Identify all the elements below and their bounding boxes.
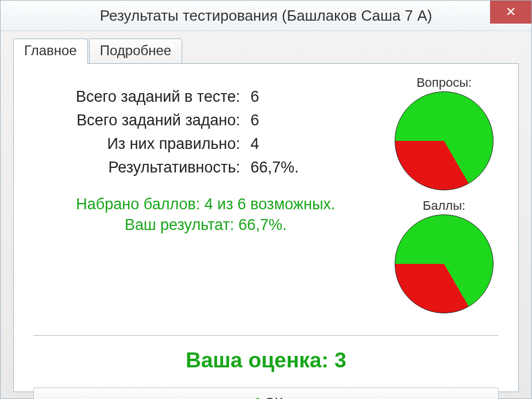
stat-correct-value: 4 — [250, 135, 259, 153]
stat-asked-label: Всего заданий задано: — [28, 112, 250, 129]
ok-label: OK — [265, 395, 283, 399]
close-icon: ✕ — [506, 5, 516, 20]
chart-points-title: Баллы: — [384, 198, 504, 213]
divider — [33, 335, 499, 336]
stat-perf-value: 66,7%. — [250, 159, 299, 177]
close-button[interactable]: ✕ — [490, 1, 531, 24]
pie-questions — [395, 91, 494, 190]
score-line1: Набрано баллов: 4 из 6 возможных. — [28, 194, 384, 214]
tab-main[interactable]: Главное — [13, 39, 88, 64]
stat-asked: Всего заданий задано: 6 — [28, 112, 384, 129]
check-icon: ✔ — [249, 394, 260, 399]
panel-main: Всего заданий в тесте: 6 Всего заданий з… — [13, 63, 519, 392]
charts: Вопросы: Баллы: — [384, 75, 504, 321]
stat-correct-label: Из них правильно: — [28, 135, 250, 153]
ok-button[interactable]: ✔ OK — [33, 388, 499, 399]
window: Результаты тестирования (Башлаков Саша 7… — [0, 0, 532, 399]
score-line2: Ваш результат: 66,7%. — [28, 214, 384, 235]
stat-asked-value: 6 — [250, 112, 259, 129]
chart-points: Баллы: — [384, 198, 504, 313]
stat-perf-label: Результативность: — [28, 159, 250, 177]
stats: Всего заданий в тесте: 6 Всего заданий з… — [28, 75, 384, 321]
stat-correct: Из них правильно: 4 — [28, 135, 384, 153]
chart-questions: Вопросы: — [384, 75, 504, 190]
grade: Ваша оценка: 3 — [28, 348, 504, 373]
stat-total-label: Всего заданий в тесте: — [28, 88, 250, 106]
content-row: Всего заданий в тесте: 6 Всего заданий з… — [28, 75, 504, 321]
tab-details[interactable]: Подробнее — [89, 39, 182, 64]
stat-total: Всего заданий в тесте: 6 — [28, 88, 384, 106]
tabs: Главное Подробнее — [13, 38, 531, 63]
stat-perf: Результативность: 66,7%. — [28, 159, 384, 177]
pie-points — [395, 214, 494, 313]
score-block: Набрано баллов: 4 из 6 возможных. Ваш ре… — [28, 194, 384, 236]
chart-questions-title: Вопросы: — [384, 75, 504, 90]
stat-total-value: 6 — [250, 88, 259, 106]
titlebar: Результаты тестирования (Башлаков Саша 7… — [1, 1, 531, 31]
window-title: Результаты тестирования (Башлаков Саша 7… — [100, 7, 432, 25]
